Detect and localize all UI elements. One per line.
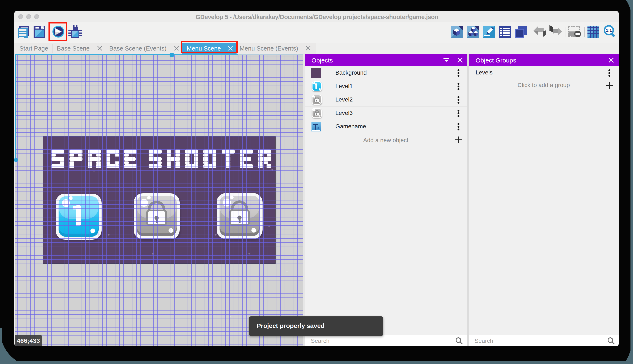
svg-text:1:1: 1:1 [606,28,612,32]
